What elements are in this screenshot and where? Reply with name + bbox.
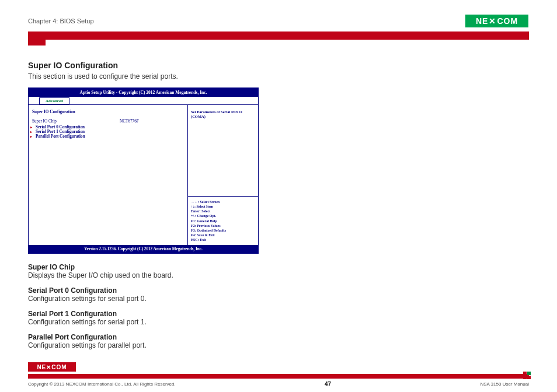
bios-tab-row: Advanced <box>29 97 258 105</box>
desc-serial1: Serial Port 1 Configuration Configuratio… <box>28 310 529 326</box>
desc-text: Configuration settings for parallel port… <box>28 341 529 349</box>
bios-link-parallel[interactable]: Parallel Port Configuration <box>32 134 184 139</box>
footer-manual: NSA 3150 User Manual <box>480 382 529 387</box>
key-esc: ESC: Exit <box>191 237 255 242</box>
section-title: Super IO Configuration <box>28 61 529 70</box>
bios-tab-advanced[interactable]: Advanced <box>39 97 69 104</box>
bios-link-serial1[interactable]: Serial Port 1 Configuration <box>32 130 184 134</box>
bios-chip-row: Super IO Chip NCT6776F <box>32 119 184 124</box>
desc-parallel: Parallel Port Configuration Configuratio… <box>28 333 529 349</box>
bios-chip-label: Super IO Chip <box>32 119 120 124</box>
section-description: This section is used to configure the se… <box>28 72 529 80</box>
footer-logo: NE✕COM <box>28 362 76 372</box>
desc-title: Parallel Port Configuration <box>28 333 529 341</box>
bios-key-legend: →←: Select Screen ↑↓: Select Item Enter:… <box>188 196 258 245</box>
desc-title: Serial Port 0 Configuration <box>28 286 529 295</box>
key-f4: F4: Save & Exit <box>191 233 255 237</box>
desc-serial0: Serial Port 0 Configuration Configuratio… <box>28 286 529 303</box>
bios-main-panel: Super IO Configuration Super IO Chip NCT… <box>29 105 188 245</box>
footer-square-icon <box>523 372 531 380</box>
key-change-opt: +/-: Change Opt. <box>191 214 255 218</box>
desc-text: Configuration settings for serial port 0… <box>28 295 529 303</box>
bios-footer-bar: Version 2.15.1236. Copyright (C) 2012 Am… <box>29 245 258 253</box>
key-enter: Enter: Select <box>191 209 255 214</box>
bios-link-serial0[interactable]: Serial Port 0 Configuration <box>32 125 184 130</box>
key-select-screen: →←: Select Screen <box>191 200 255 204</box>
desc-super-io-chip: Super IO Chip Displays the Super I/O chi… <box>28 263 529 279</box>
bios-title-bar: Aptio Setup Utility - Copyright (C) 2012… <box>29 88 258 97</box>
bios-panel-title: Super IO Configuration <box>32 110 184 114</box>
header-divider <box>28 32 529 40</box>
bios-chip-value: NCT6776F <box>120 119 139 124</box>
brand-logo: NE✕COM <box>465 14 529 28</box>
key-select-item: ↑↓: Select Item <box>191 204 255 209</box>
footer-copyright: Copyright © 2013 NEXCOM International Co… <box>28 382 176 387</box>
bios-screenshot: Aptio Setup Utility - Copyright (C) 2012… <box>28 88 259 254</box>
key-f3: F3: Optimized Defaults <box>191 228 255 233</box>
desc-text: Configuration settings for serial port 1… <box>28 318 529 326</box>
desc-title: Serial Port 1 Configuration <box>28 310 529 318</box>
desc-text: Displays the Super I/O chip used on the … <box>28 271 529 279</box>
bios-help-text: Set Parameters of Serial Port O (COMA) <box>188 105 258 196</box>
footer-divider <box>28 374 529 379</box>
chapter-label: Chapter 4: BIOS Setup <box>28 18 94 24</box>
key-f2: F2: Previous Values <box>191 223 255 228</box>
desc-title: Super IO Chip <box>28 263 529 271</box>
key-f1: F1: General Help <box>191 219 255 223</box>
page-number: 47 <box>325 381 331 387</box>
